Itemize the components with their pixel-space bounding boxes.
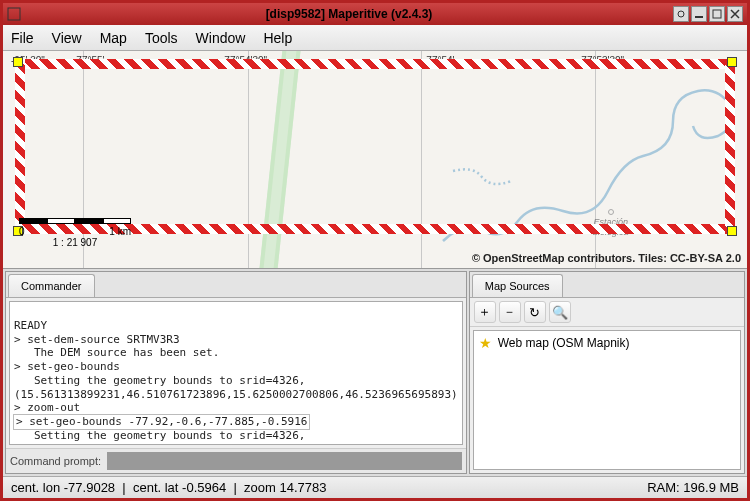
menu-tools[interactable]: Tools (145, 30, 178, 46)
add-source-icon[interactable]: ＋ (474, 301, 496, 323)
status-cent-lon-label: cent. lon (11, 480, 60, 495)
map-canvas[interactable]: Estación biológica -05' 30" -77°55' -77°… (3, 51, 747, 269)
commander-panel: Commander READY > set-dem-source SRTMV3R… (5, 271, 467, 474)
close-icon[interactable] (727, 6, 743, 22)
selection-handle-ne[interactable] (727, 57, 737, 67)
selection-handle-se[interactable] (727, 226, 737, 236)
status-zoom: 14.7783 (279, 480, 326, 495)
menubar: File View Map Tools Window Help (3, 25, 747, 51)
sources-toolbar: ＋ － ↻ 🔍 (470, 298, 744, 327)
app-icon (7, 7, 25, 21)
svg-rect-3 (713, 10, 721, 18)
command-prompt-input[interactable] (107, 452, 462, 470)
svg-point-1 (678, 11, 684, 17)
remove-source-icon[interactable]: － (499, 301, 521, 323)
status-cent-lon: -77.9028 (64, 480, 115, 495)
tab-map-sources[interactable]: Map Sources (472, 274, 563, 297)
scale-bar: 01 km 1 : 21 907 (19, 218, 131, 248)
status-cent-lat: -0.5964 (182, 480, 226, 495)
status-cent-lat-label: cent. lat (133, 480, 179, 495)
statusbar: cent. lon -77.9028 | cent. lat -0.5964 |… (3, 476, 747, 498)
status-ram-label: RAM: (647, 480, 680, 495)
iconify-icon[interactable] (673, 6, 689, 22)
svg-rect-2 (695, 16, 703, 18)
window-title: [disp9582] Maperitive (v2.4.3) (25, 7, 673, 21)
zoom-source-icon[interactable]: 🔍 (549, 301, 571, 323)
refresh-source-icon[interactable]: ↻ (524, 301, 546, 323)
menu-map[interactable]: Map (100, 30, 127, 46)
svg-rect-0 (8, 8, 20, 20)
minimize-icon[interactable] (691, 6, 707, 22)
menu-help[interactable]: Help (263, 30, 292, 46)
map-sources-panel: Map Sources ＋ － ↻ 🔍 ★ Web map (OSM Mapni… (469, 271, 745, 474)
console-current-cmd: > set-geo-bounds -77.92,-0.6,-77.885,-0.… (14, 415, 309, 429)
geo-bounds-selection[interactable] (15, 59, 735, 234)
map-attribution: © OpenStreetMap contributors. Tiles: CC-… (472, 252, 741, 264)
sources-list[interactable]: ★ Web map (OSM Mapnik) (473, 330, 741, 470)
source-name: Web map (OSM Mapnik) (498, 336, 630, 350)
command-prompt-label: Command prompt: (10, 455, 101, 467)
maximize-icon[interactable] (709, 6, 725, 22)
menu-view[interactable]: View (52, 30, 82, 46)
tab-commander[interactable]: Commander (8, 274, 95, 297)
menu-file[interactable]: File (11, 30, 34, 46)
status-ram: 196.9 MB (683, 480, 739, 495)
selection-handle-nw[interactable] (13, 57, 23, 67)
star-icon: ★ (479, 335, 492, 351)
console-output[interactable]: READY > set-dem-source SRTMV3R3 The DEM … (9, 301, 463, 445)
status-zoom-label: zoom (244, 480, 276, 495)
titlebar[interactable]: [disp9582] Maperitive (v2.4.3) (3, 3, 747, 25)
menu-window[interactable]: Window (196, 30, 246, 46)
list-item[interactable]: ★ Web map (OSM Mapnik) (477, 334, 737, 352)
